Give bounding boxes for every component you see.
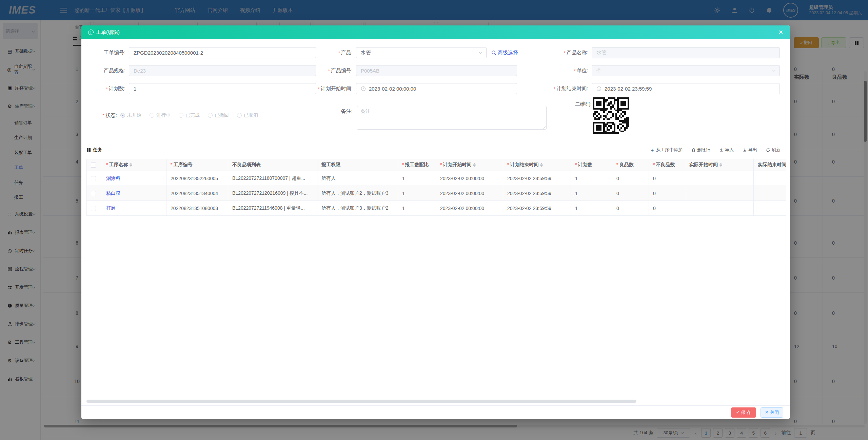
task-toolbar-label: 删除行	[697, 147, 710, 153]
cell-permission: 所有人	[317, 171, 398, 186]
sort-icon[interactable]	[719, 163, 722, 167]
task-row-2: 粘白膜202208231351340004BL20220727212021600…	[87, 186, 786, 201]
product-select[interactable]: 水管	[356, 47, 487, 58]
cell-good: 0	[612, 201, 649, 216]
task-toolbar-label: 从工序中添加	[656, 147, 683, 153]
product-name-label: *产品名称:	[553, 50, 592, 56]
cell-code: 202208231351080003	[166, 201, 228, 216]
plan-end-input[interactable]: 2023-02-02 23:59:59	[592, 83, 780, 94]
plan-start-label: *计划开始时间:	[319, 85, 356, 92]
cell-actual_end	[754, 186, 786, 201]
task-toolbar-label: 刷新	[772, 147, 781, 153]
column-header-实际结束时间[interactable]: 实际结束时间	[754, 159, 786, 171]
check-icon: ✓	[736, 410, 740, 415]
product-label: *产品:	[319, 50, 356, 56]
save-button[interactable]: ✓保 存	[731, 407, 756, 418]
modal-body: 工单编号: ZPGD202302020840500001-2 *产品: 水管 高…	[81, 39, 790, 405]
plan-end-label: *计划结束时间:	[553, 85, 592, 92]
trash-icon	[691, 148, 696, 152]
close-icon[interactable]: ✕	[778, 29, 783, 36]
cell-plan_end: 2023-02-02 23:59:59	[503, 186, 571, 201]
cell-actual_start	[685, 186, 754, 201]
order-no-input[interactable]: ZPGD202302020840500001-2	[129, 47, 316, 58]
row-checkbox[interactable]	[91, 191, 96, 196]
column-header-计划开始时间[interactable]: *计划开始时间	[436, 159, 503, 171]
task-toolbar-删除行[interactable]: 删除行	[691, 147, 710, 153]
cell-plan_qty: 1	[571, 201, 612, 216]
column-header-计划结束时间[interactable]: *计划结束时间	[503, 159, 571, 171]
radio-label: 未开始	[127, 112, 141, 118]
cell-name: 涮涂料	[102, 171, 166, 186]
task-row-3: 打磨202208231351080003BL20220727211946008 …	[87, 201, 786, 216]
process-name-link[interactable]: 涮涂料	[106, 175, 120, 181]
column-header-工序名称[interactable]: *工序名称	[102, 159, 166, 171]
task-toolbar-刷新[interactable]: 刷新	[766, 147, 781, 153]
info-icon: !	[88, 30, 94, 35]
status-radio-已撤回[interactable]: 已撤回	[208, 112, 229, 118]
spec-label: 产品规格:	[86, 68, 129, 74]
task-section-title: 任务	[87, 147, 102, 153]
cell-defects: BL202207272120216009 | 模具不...	[228, 186, 317, 201]
cell-plan_start: 2023-02-02 00:00:00	[436, 171, 503, 186]
remark-textarea[interactable]: 备注	[357, 106, 547, 130]
sort-icon[interactable]	[473, 163, 476, 167]
modal-header: ! 工单(编辑) ✕	[81, 25, 790, 39]
cell-code: 202208231351340004	[166, 186, 228, 201]
download-icon	[743, 148, 747, 152]
modal-title: 工单(编辑)	[96, 29, 120, 36]
status-radio-group: 未开始进行中已完成已撤回已取消	[120, 112, 258, 118]
status-radio-已完成[interactable]: 已完成	[179, 112, 200, 118]
cell-plan_end: 2023-02-02 23:59:59	[503, 201, 571, 216]
modal-horizontal-scrollbar-thumb[interactable]	[86, 400, 636, 403]
radio-icon	[179, 113, 183, 118]
advanced-select-link[interactable]: 高级选择	[491, 50, 518, 56]
product-no-label: *产品编号:	[319, 68, 356, 74]
cell-plan_start: 2023-02-02 00:00:00	[436, 201, 503, 216]
plan-qty-input[interactable]: 1	[129, 83, 316, 94]
process-name-link[interactable]: 粘白膜	[106, 190, 120, 196]
remark-label: 备注:	[319, 106, 356, 115]
column-header-实际开始时间[interactable]: 实际开始时间	[685, 159, 754, 171]
column-header-良品数: *良品数	[612, 159, 649, 171]
plan-qty-label: *计划数:	[86, 85, 129, 92]
column-header-报工权限: 报工权限	[317, 159, 398, 171]
radio-label: 已完成	[185, 112, 200, 118]
select-all-checkbox[interactable]	[91, 162, 96, 168]
row-checkbox[interactable]	[91, 206, 96, 211]
close-button[interactable]: ✕关闭	[761, 407, 783, 418]
cell-name: 打磨	[102, 201, 166, 216]
clock-icon	[361, 86, 366, 91]
status-radio-已取消[interactable]: 已取消	[237, 112, 258, 118]
status-radio-未开始[interactable]: 未开始	[120, 112, 141, 118]
radio-icon	[150, 113, 154, 118]
product-no-input: P005AB	[356, 65, 517, 76]
row-checkbox[interactable]	[91, 176, 96, 181]
task-toolbar-label: 导出	[748, 147, 757, 153]
cell-code: 202208231352260005	[166, 171, 228, 186]
radio-label: 进行中	[156, 112, 171, 118]
cell-actual_start	[685, 171, 754, 186]
sort-icon[interactable]	[130, 163, 132, 167]
cell-permission: 所有人，测试账户2，测试账户3	[317, 186, 398, 201]
cell-ratio: 1	[398, 171, 436, 186]
cell-bad: 0	[649, 171, 685, 186]
task-toolbar-导出[interactable]: 导出	[743, 147, 757, 153]
cell-name: 粘白膜	[102, 186, 166, 201]
task-toolbar-从工序中添加[interactable]: ＋从工序中添加	[650, 147, 683, 153]
cell-actual_start	[685, 201, 754, 216]
cell-plan_qty: 1	[571, 186, 612, 201]
radio-label: 已取消	[244, 112, 258, 118]
status-radio-进行中[interactable]: 进行中	[150, 112, 171, 118]
sort-icon[interactable]	[540, 163, 543, 167]
cell-actual_end	[754, 201, 786, 216]
qrcode-label: 二维码:	[554, 101, 592, 108]
column-header-工序编号: *工序编号	[166, 159, 228, 171]
cell-plan_qty: 1	[571, 171, 612, 186]
cell-actual_end	[754, 171, 786, 186]
plan-start-input[interactable]: 2023-02-02 00:00:00	[356, 83, 517, 94]
cell-plan_start: 2023-02-02 00:00:00	[436, 186, 503, 201]
work-order-edit-modal: ! 工单(编辑) ✕ 工单编号: ZPGD202302020840500001-…	[81, 25, 790, 419]
task-toolbar-导入[interactable]: 导入	[719, 147, 734, 153]
process-name-link[interactable]: 打磨	[106, 205, 116, 211]
product-name-input: 水管	[592, 47, 780, 58]
